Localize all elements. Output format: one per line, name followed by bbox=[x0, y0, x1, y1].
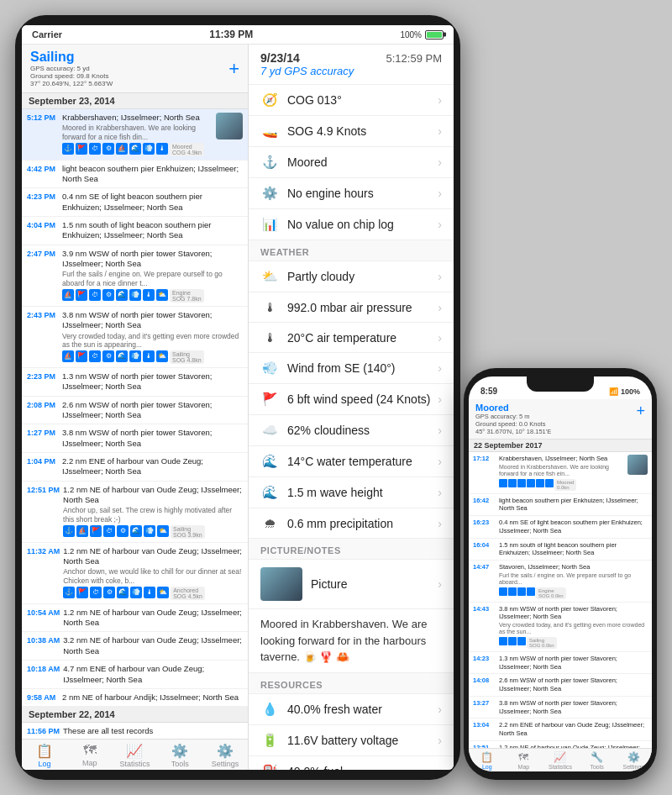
log-item[interactable]: 11:32 AM 1.2 nm NE of harbour van Oude Z… bbox=[22, 543, 248, 604]
resource-fuel[interactable]: ⛽ 40.0% fuel › bbox=[249, 756, 454, 771]
tablet-time: 11:39 PM bbox=[209, 29, 253, 40]
cog-row[interactable]: 🧭 COG 013° › bbox=[249, 85, 454, 116]
log-item[interactable]: 1:27 PM 3.8 nm WSW of north pier tower S… bbox=[22, 424, 248, 453]
moored-icon: ⚓ bbox=[260, 155, 279, 170]
weather-wind-dir[interactable]: 💨 Wind from SE (140°) › bbox=[249, 353, 454, 384]
tab-log-label: Log bbox=[38, 760, 50, 768]
add-record-button[interactable]: + bbox=[228, 58, 239, 80]
weather-air-temp[interactable]: 🌡 20°C air temperature › bbox=[249, 323, 454, 353]
log-time: 4:23 PM bbox=[27, 192, 59, 201]
gps-line2: Ground speed: 09.8 Knots bbox=[30, 72, 113, 80]
chevron-icon: › bbox=[438, 486, 442, 499]
phone-log-content: 3.8 nm WSW of north pier tower Stavoren;… bbox=[499, 605, 648, 649]
fuel-icon: ⛽ bbox=[260, 764, 279, 771]
phone-log-item[interactable]: 16:04 1.5 nm south of light beacon south… bbox=[469, 539, 652, 561]
phone-log-item[interactable]: 13:04 2.2 nm ENE of harbour van Oude Zeu… bbox=[469, 719, 652, 741]
log-item[interactable]: 12:51 PM 1.2 nm NE of harbour van Oude Z… bbox=[22, 482, 248, 543]
log-title: 3.2 nm NE of harbour van Oude Zeug; IJss… bbox=[63, 635, 243, 656]
log-item[interactable]: 10:38 AM 3.2 nm NE of harbour van Oude Z… bbox=[22, 632, 248, 661]
phone-add-button[interactable]: + bbox=[636, 403, 645, 420]
phone-log-item[interactable]: 16:23 0.4 nm SE of light beacon southern… bbox=[469, 516, 652, 539]
phone-log-title: 2.6 nm WSW of north pier tower Stavoren;… bbox=[499, 677, 648, 693]
phone-icon bbox=[508, 587, 517, 596]
phone-tab-statistics[interactable]: 📈 Statistics bbox=[542, 751, 579, 770]
resource-battery[interactable]: 🔋 11.6V battery voltage › bbox=[249, 725, 454, 756]
tab-settings-label: Settings bbox=[212, 760, 239, 768]
log-item[interactable]: 2:23 PM 1.3 nm WSW of north pier tower S… bbox=[22, 368, 248, 397]
sog-row[interactable]: 🚤 SOG 4.9 Knots › bbox=[249, 116, 454, 147]
phone-log-item[interactable]: 14:23 1.3 nm WSW of north pier tower Sta… bbox=[469, 652, 652, 675]
status-right-icons: 100% bbox=[400, 30, 444, 39]
weather-row-left: 🚩 6 bft wind speed (24 Knots) bbox=[260, 392, 430, 407]
log-item[interactable]: 4:04 PM 1.5 nm south of light beacon sou… bbox=[22, 217, 248, 245]
tablet-body: Sailing GPS accuracy: 5 yd Ground speed:… bbox=[22, 45, 454, 770]
phone-icon bbox=[499, 587, 507, 596]
cloudiness-label: 62% cloudiness bbox=[287, 424, 370, 437]
log-item[interactable]: 10:18 AM 4.7 nm ENE of harbour van Oude … bbox=[22, 661, 248, 689]
phone-log-icons: EngineSOG 0.0kn bbox=[499, 587, 648, 599]
weather-wind-speed[interactable]: 🚩 6 bft wind speed (24 Knots) › bbox=[249, 384, 454, 415]
log-icon: ⛵ bbox=[62, 350, 74, 362]
tab-settings[interactable]: ⚙️ Settings bbox=[202, 743, 248, 768]
phone-log-item[interactable]: 13:27 3.8 nm WSW of north pier tower Sta… bbox=[469, 697, 652, 719]
phone-log-item[interactable]: 17:12 Krabbershaven, IJsselmeer; North S… bbox=[469, 452, 652, 494]
right-header: 9/23/14 5:12:59 PM 7 yd GPS accuracy bbox=[249, 45, 454, 85]
chevron-icon: › bbox=[438, 93, 442, 107]
weather-partly-cloudy[interactable]: ⛅ Partly cloudy › bbox=[249, 261, 454, 292]
chevron-icon: › bbox=[438, 703, 442, 716]
log-item[interactable]: 4:23 PM 0.4 nm SE of light beacon southe… bbox=[22, 188, 248, 217]
weather-row-left: 🌊 1.5 m wave height bbox=[260, 485, 383, 500]
phone-log-content: 0.4 nm SE of light beacon southern pier … bbox=[499, 519, 648, 535]
chevron-icon: › bbox=[438, 734, 442, 747]
phone-tab-settings[interactable]: ⚙️ Settings bbox=[615, 751, 652, 770]
weather-wave-height[interactable]: 🌊 1.5 m wave height › bbox=[249, 477, 454, 508]
log-title: 1.3 nm WSW of north pier tower Stavoren;… bbox=[62, 371, 243, 392]
log-item[interactable]: 10:54 AM 1.2 nm NE of harbour van Oude Z… bbox=[22, 604, 248, 633]
moored-row[interactable]: ⚓ Moored › bbox=[249, 147, 454, 178]
log-title: 1.5 nm south of light beacon southern pi… bbox=[62, 220, 243, 241]
phone-icon bbox=[499, 637, 507, 645]
left-header: Sailing GPS accuracy: 5 yd Ground speed:… bbox=[22, 45, 248, 93]
battery-icon bbox=[425, 30, 444, 39]
phone-tab-tools[interactable]: 🔧 Tools bbox=[579, 751, 616, 770]
picture-row[interactable]: Picture › bbox=[249, 560, 454, 609]
phone-icon bbox=[527, 479, 535, 487]
phone-tab-log[interactable]: 📋 Log bbox=[469, 751, 506, 770]
weather-air-pressure[interactable]: 🌡 992.0 mbar air pressure › bbox=[249, 292, 454, 323]
tab-map[interactable]: 🗺 Map bbox=[67, 743, 113, 768]
log-item[interactable]: 4:42 PM light beacon southern pier Enkhu… bbox=[22, 161, 248, 189]
log-item[interactable]: 2:47 PM 3.9 nm WSW of north pier tower S… bbox=[22, 245, 248, 307]
resource-fresh-water[interactable]: 💧 40.0% fresh water › bbox=[249, 694, 454, 725]
log-icon-anchor: ⚓ bbox=[62, 143, 74, 155]
phone-log-item[interactable]: 12:51 1.2 nm NE of harbour van Oude Zeug… bbox=[469, 741, 652, 748]
log-badge: SailingSOG 4.8kn bbox=[170, 350, 204, 364]
tab-log[interactable]: 📋 Log bbox=[22, 743, 67, 768]
phone-log-item[interactable]: 14:08 2.6 nm WSW of north pier tower Sta… bbox=[469, 674, 652, 697]
log-item[interactable]: 1:04 PM 2.2 nm ENE of harbour van Oude Z… bbox=[22, 453, 248, 482]
phone-log-time: 16:04 bbox=[473, 541, 496, 549]
chiplog-row[interactable]: 📊 No value on chip log › bbox=[249, 209, 454, 240]
weather-cloudiness[interactable]: ☁️ 62% cloudiness › bbox=[249, 415, 454, 446]
tab-tools[interactable]: ⚙️ Tools bbox=[157, 743, 202, 768]
phone-log-item[interactable]: 14:47 Stavoren, IJsselmeer; North Sea Fu… bbox=[469, 561, 652, 603]
log-item[interactable]: 5:12 PM Krabbershaven; IJsselmeer; North… bbox=[22, 109, 248, 161]
engine-row[interactable]: ⚙️ No engine hours › bbox=[249, 178, 454, 209]
log-item[interactable]: 11:56 PM These are all test records bbox=[22, 723, 248, 739]
phone-log-item[interactable]: 14:43 3.8 nm WSW of north pier tower Sta… bbox=[469, 603, 652, 652]
log-desc: Very crowded today, and it's getting eve… bbox=[62, 332, 243, 349]
tab-statistics[interactable]: 📈 Statistics bbox=[113, 743, 158, 768]
log-item[interactable]: 2:43 PM 3.8 nm WSW of north pier tower S… bbox=[22, 307, 248, 368]
phone-icon bbox=[499, 479, 507, 487]
phone-tab-map[interactable]: 🗺 Map bbox=[506, 751, 543, 770]
right-panel: 9/23/14 5:12:59 PM 7 yd GPS accuracy 🧭 C… bbox=[249, 45, 454, 770]
weather-water-temp[interactable]: 🌊 14°C water temperature › bbox=[249, 446, 454, 477]
left-header-info: Sailing GPS accuracy: 5 yd Ground speed:… bbox=[30, 50, 113, 87]
log-icon: 🌊 bbox=[116, 289, 128, 301]
weather-precipitation[interactable]: 🌧 0.6 mm precipitation › bbox=[249, 508, 454, 539]
sog-icon: 🚤 bbox=[260, 124, 279, 139]
phone-log-content: light beacon southern pier Enkhuizen; IJ… bbox=[499, 497, 648, 513]
log-item[interactable]: 2:08 PM 2.6 nm WSW of north pier tower S… bbox=[22, 397, 248, 425]
phone-log-item[interactable]: 16:42 light beacon southern pier Enkhuiz… bbox=[469, 494, 652, 517]
air-temp-label: 20°C air temperature bbox=[287, 331, 396, 345]
log-item[interactable]: 9:58 AM 2 nm NE of harbour Andijk; IJsse… bbox=[22, 689, 248, 707]
